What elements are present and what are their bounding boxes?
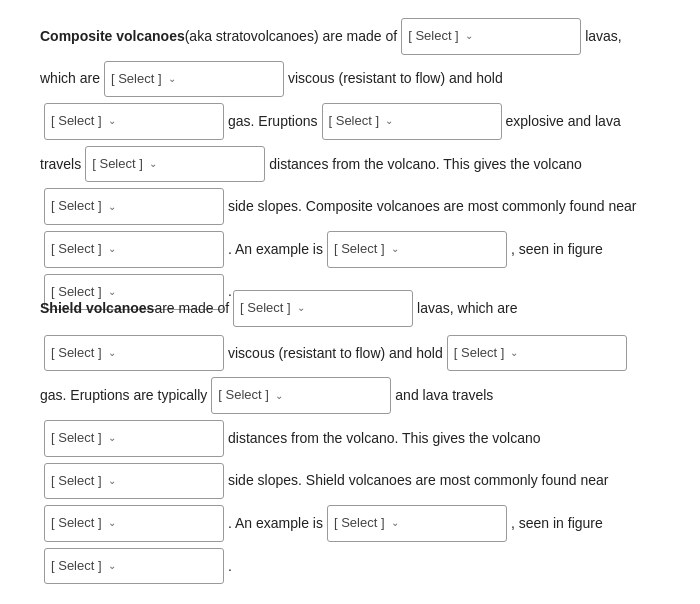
shield-select-2-label: [ Select ] xyxy=(51,339,102,368)
shield-select-4-label: [ Select ] xyxy=(218,381,269,410)
shield-select-6-label: [ Select ] xyxy=(51,467,102,496)
composite-select-1[interactable]: [ Select ] ⌄ xyxy=(401,18,581,55)
chevron-down-icon: ⌄ xyxy=(275,385,283,407)
an-example-text: . An example is xyxy=(228,234,323,265)
shield-select-6[interactable]: [ Select ] ⌄ xyxy=(44,463,224,500)
composite-select-4[interactable]: [ Select ] ⌄ xyxy=(322,103,502,140)
shield-select-8-label: [ Select ] xyxy=(334,509,385,538)
composite-select-3-label: [ Select ] xyxy=(51,107,102,136)
shield-select-5-label: [ Select ] xyxy=(51,424,102,453)
shield-select-3[interactable]: [ Select ] ⌄ xyxy=(447,335,627,372)
viscous-text: viscous (resistant to flow) and hold xyxy=(288,63,503,94)
shield-made-of-2: are made of xyxy=(154,293,229,324)
shield-an-example: . An example is xyxy=(228,508,323,539)
shield-select-4[interactable]: [ Select ] ⌄ xyxy=(211,377,391,414)
shield-select-2[interactable]: [ Select ] ⌄ xyxy=(44,335,224,372)
composite-select-2[interactable]: [ Select ] ⌄ xyxy=(104,61,284,98)
shield-and-lava: and lava travels xyxy=(395,380,493,411)
composite-select-7-label: [ Select ] xyxy=(51,235,102,264)
composite-lavas: lavas, xyxy=(585,21,622,52)
composite-select-7[interactable]: [ Select ] ⌄ xyxy=(44,231,224,268)
chevron-down-icon: ⌄ xyxy=(108,555,116,577)
explosive-text: explosive and lava xyxy=(506,106,621,137)
chevron-down-icon: ⌄ xyxy=(385,110,393,132)
chevron-down-icon: ⌄ xyxy=(168,68,176,90)
composite-select-8-label: [ Select ] xyxy=(334,235,385,264)
composite-subtitle: (aka stratovolcanoes) are made of xyxy=(185,21,397,52)
shield-gas: gas. Eruptions are typically xyxy=(40,380,207,411)
shield-select-9[interactable]: [ Select ] ⌄ xyxy=(44,548,224,585)
chevron-down-icon: ⌄ xyxy=(108,110,116,132)
composite-select-3[interactable]: [ Select ] ⌄ xyxy=(44,103,224,140)
composite-select-4-label: [ Select ] xyxy=(329,107,380,136)
chevron-down-icon: ⌄ xyxy=(108,512,116,534)
distances-text: distances from the volcano. This gives t… xyxy=(269,149,582,180)
shield-select-8[interactable]: [ Select ] ⌄ xyxy=(327,505,507,542)
chevron-down-icon: ⌄ xyxy=(108,342,116,364)
chevron-down-icon: ⌄ xyxy=(108,238,116,260)
composite-select-1-label: [ Select ] xyxy=(408,22,459,51)
shield-lavas-which-2: lavas, which are xyxy=(417,293,517,324)
chevron-down-icon: ⌄ xyxy=(149,153,157,175)
composite-title: Composite volcanoes xyxy=(40,21,185,52)
shield-select-3-label: [ Select ] xyxy=(454,339,505,368)
chevron-down-icon: ⌄ xyxy=(297,297,305,319)
composite-select-5-label: [ Select ] xyxy=(92,150,143,179)
shield-side-slopes: side slopes. Shield volcanoes are most c… xyxy=(228,465,609,496)
shield-period: . xyxy=(228,551,232,582)
shield-select-7-label: [ Select ] xyxy=(51,509,102,538)
composite-select-2-label: [ Select ] xyxy=(111,65,162,94)
which-are-text: which are xyxy=(40,63,100,94)
shield-viscous: viscous (resistant to flow) and hold xyxy=(228,338,443,369)
shield-distances: distances from the volcano. This gives t… xyxy=(228,423,541,454)
travels-text: travels xyxy=(40,149,81,180)
shield-title-2: Shield volcanoes xyxy=(40,293,154,324)
seen-text: , seen in figure xyxy=(511,234,603,265)
chevron-down-icon: ⌄ xyxy=(108,196,116,218)
chevron-down-icon: ⌄ xyxy=(108,427,116,449)
chevron-down-icon: ⌄ xyxy=(465,25,473,47)
shield-select-7[interactable]: [ Select ] ⌄ xyxy=(44,505,224,542)
chevron-down-icon: ⌄ xyxy=(391,238,399,260)
shield-select-1b-label: [ Select ] xyxy=(240,294,291,323)
chevron-down-icon: ⌄ xyxy=(108,470,116,492)
composite-select-6[interactable]: [ Select ] ⌄ xyxy=(44,188,224,225)
composite-select-6-label: [ Select ] xyxy=(51,192,102,221)
shield-select-5[interactable]: [ Select ] ⌄ xyxy=(44,420,224,457)
composite-select-8[interactable]: [ Select ] ⌄ xyxy=(327,231,507,268)
shield-select-1b[interactable]: [ Select ] ⌄ xyxy=(233,290,413,327)
side-slopes-text: side slopes. Composite volcanoes are mos… xyxy=(228,191,637,222)
gas-text: gas. Eruptions xyxy=(228,106,318,137)
chevron-down-icon: ⌄ xyxy=(510,342,518,364)
chevron-down-icon: ⌄ xyxy=(391,512,399,534)
shield-select-9-label: [ Select ] xyxy=(51,552,102,581)
shield-seen: , seen in figure xyxy=(511,508,603,539)
composite-select-5[interactable]: [ Select ] ⌄ xyxy=(85,146,265,183)
